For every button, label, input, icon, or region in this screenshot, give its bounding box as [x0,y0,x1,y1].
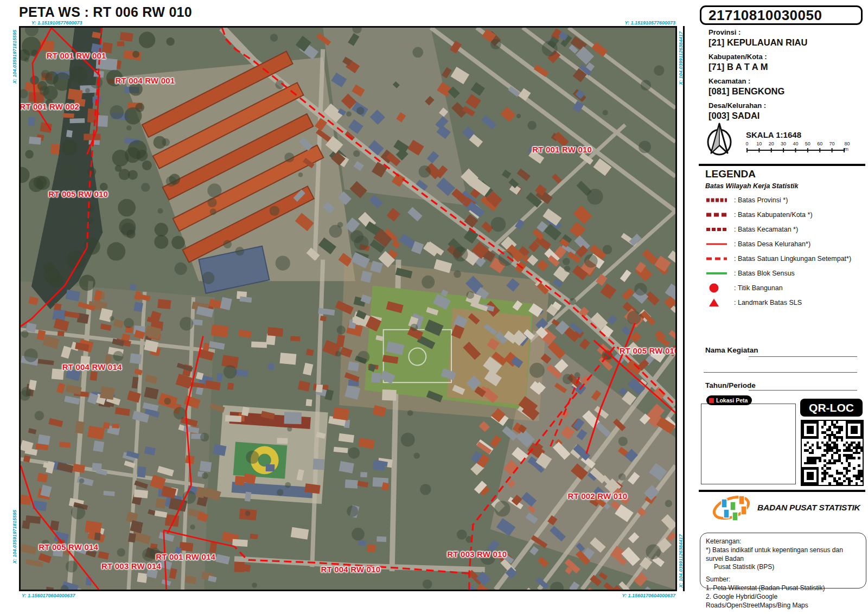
coord-bottom-right: Y: 1.1560170604000637 [622,593,675,598]
scale-tick-label: 30 [781,141,786,146]
rt-label: RT 003 RW 014 [101,561,161,571]
legend-item-label: : Batas Desa Kelurahan*) [734,240,810,248]
region-field-value: [71] B A T A M [709,62,864,72]
note-line: Keterangan: [706,538,860,546]
legend-item: : Landmark Batas SLS [705,295,865,310]
legend-item: : Batas Kabupaten/Kota *) [705,207,865,222]
legend-sample-icon [705,210,729,220]
region-field-value: [003] SADAI [709,111,864,121]
scale-tick-label: 10 [756,141,762,146]
legend-subtitle: Batas Wilayah Kerja Statistik [705,182,798,190]
map-id-code: 21710810030050 [700,5,863,25]
nama-kegiatan-label: Nama Kegiatan [705,346,758,354]
region-field-label: Provinsi : [709,28,864,36]
legend-sample-icon [705,239,729,249]
region-field-label: Kecamatan : [709,77,864,85]
note-line: 1. Peta Wilkerstat (Badan Pusat Statisti… [706,584,860,593]
legend-sample-icon [705,195,729,205]
lokasi-peta-label: Lokasi Peta [716,397,748,404]
note-line: Sumber: [706,575,860,584]
legend-item-label: : Batas Kabupaten/Kota *) [734,211,813,219]
legend-title: LEGENDA [705,168,756,180]
legend-item: : Batas Satuan Lingkungan Setempat*) [705,251,865,266]
tahun-periode-line [749,390,857,391]
bps-logo-icon [712,493,754,523]
legend-item-label: : Batas Blok Sensus [734,270,795,277]
note-line: 2. Google Hybrid/Google Roads/OpenStreet… [706,593,860,610]
region-field: Kabupaten/Kota : [71] B A T A M [709,53,864,72]
legend-sample-icon [705,254,729,264]
rt-label: RT 001 RW 010 [532,144,592,154]
legend-item-label: : Batas Satuan Lingkungan Setempat*) [734,255,851,263]
extra-line [704,372,857,373]
scale-tick-label: 20 [769,141,774,146]
region-field: Desa/Kelurahan : [003] SADAI [709,101,864,121]
qr-loc-button: QR-LOC [800,399,863,417]
rt-label: RT 001 RW 001 [47,50,106,60]
lokasi-peta-marker-icon [709,398,714,403]
note-line: *) Batas indikatif untuk kepentingan sen… [706,546,860,564]
rt-label: RT 005 RW 014 [39,542,98,552]
scale-bar: 01020304050607080 m [745,141,853,154]
legend-item-label: : Titik Bangunan [734,284,783,292]
region-field: Provinsi : [21] KEPULAUAN RIAU [709,28,864,48]
north-arrow-icon [705,121,733,161]
legend-item: : Titik Bangunan [705,280,865,295]
scale-tick-label: 50 [805,141,810,146]
divider [699,490,865,492]
legend-items: : Batas Provinsi *) : Batas Kabupaten/Ko… [705,193,865,310]
scale-tick-label: 70 [829,141,835,146]
bps-branding: BADAN PUSAT STATISTIK [712,493,860,523]
legend-item: : Batas Provinsi *) [705,193,865,207]
scale-tick-label: 40 [793,141,798,146]
legend-item-label: : Batas Kecamatan *) [734,226,798,233]
region-field-label: Desa/Kelurahan : [709,101,864,110]
rt-label: RT 002 RW 010 [567,491,627,500]
region-field-label: Kabupaten/Kota : [709,53,864,61]
lokasi-peta-box [701,404,796,484]
note-line [706,572,860,575]
rt-label: RT 005 RW 010 [48,189,108,198]
page-title: PETA WS : RT 006 RW 010 [19,4,192,20]
scale-label: SKALA 1:1648 [746,130,801,139]
legend-sample-icon [705,268,729,278]
region-fields: Provinsi : [21] KEPULAUAN RIAU Kabupaten… [709,28,864,126]
region-field-value: [081] BENGKONG [709,86,864,97]
coord-top-left: Y: 1.151910577600073 [31,20,82,25]
tahun-periode-label: Tahun/Periode [705,381,756,389]
scale-tick-label: 0 [745,141,748,146]
rt-label: RT 004 RW 010 [321,564,380,573]
legend-sample-icon [705,298,729,308]
scale-tick-label: 80 m [845,141,851,152]
rt-label: RT 004 RW 014 [62,362,122,371]
map-sheet: PETA WS : RT 006 RW 010 [0,0,868,614]
rt-label: RT 004 RW 001 [115,76,175,85]
nama-kegiatan-line [749,356,857,357]
note-line: Pusat Statistik (BPS) [714,563,860,572]
rt-label: RT 003 RW 010 [447,549,507,558]
keterangan-box: Keterangan:*) Batas indikatif untuk kepe… [700,533,866,589]
coord-left-top-vertical: X: 104.03591971815595 [12,30,17,84]
region-field-value: [21] KEPULAUAN RIAU [709,37,864,48]
rt-label: RT 005 RW 010 [620,346,677,355]
rt-label: RT 001 RW 002 [20,102,79,111]
divider [699,164,865,166]
region-field: Kecamatan : [081] BENGKONG [709,77,864,97]
bps-name: BADAN PUSAT STATISTIK [757,503,860,513]
legend-item-label: : Batas Provinsi *) [734,196,788,204]
map-canvas: RT 001 RW 001RT 004 RW 001RT 001 RW 002R… [19,26,677,591]
lokasi-peta-pill: Lokasi Peta [706,395,752,405]
legend-sample-icon [705,283,729,293]
legend-item: : Batas Kecamatan *) [705,222,865,236]
rt-label: RT 001 RW 014 [156,552,215,561]
coord-top-right: Y: 1.151910577600073 [624,20,675,25]
sidebar-divider-line [683,26,685,591]
legend-sample-icon [705,225,729,234]
legend-item: : Batas Desa Kelurahan*) [705,236,865,251]
legend-item: : Batas Blok Sensus [705,266,865,280]
coord-bottom-left: Y: 1.1560170604000637 [22,593,75,598]
legend-item-label: : Landmark Batas SLS [734,299,802,306]
coord-left-bottom-vertical: X: 104.03591971815595 [12,510,17,564]
qr-code [801,420,864,486]
scale-tick-label: 60 [817,141,822,146]
